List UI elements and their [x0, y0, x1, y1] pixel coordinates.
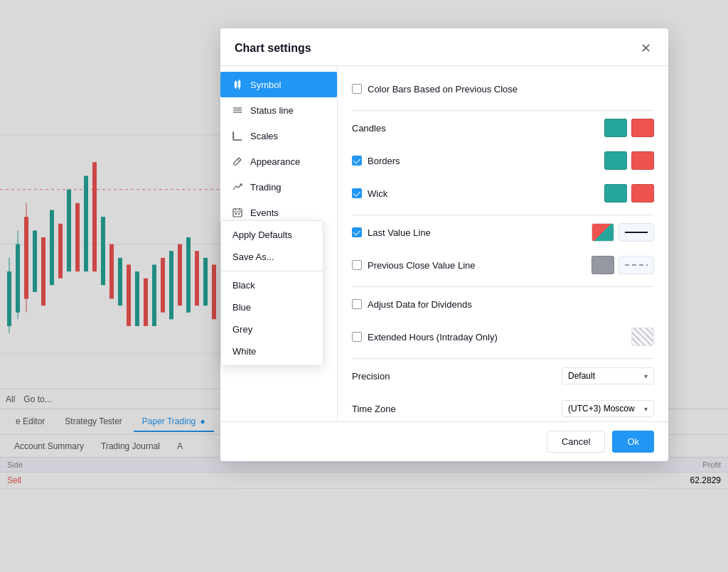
context-divider	[221, 271, 323, 271]
precision-select[interactable]: Default ▾	[562, 367, 654, 384]
context-apply-defaults[interactable]: Apply Defaults	[221, 224, 323, 246]
borders-bull-color[interactable]	[604, 151, 627, 170]
wick-row: Wick	[352, 182, 654, 205]
prev-close-controls	[592, 256, 654, 274]
trading-icon	[232, 181, 243, 193]
candles-bull-color[interactable]	[604, 119, 627, 137]
wick-bull-color[interactable]	[604, 184, 627, 203]
last-value-line-style[interactable]	[619, 223, 654, 242]
nav-label-symbol: Symbol	[250, 80, 281, 90]
context-white[interactable]: White	[221, 340, 323, 362]
extended-hours-row: Extended Hours (Intraday Only)	[352, 325, 654, 348]
candle-icon	[232, 79, 243, 90]
nav-item-appearance[interactable]: Appearance	[220, 149, 337, 174]
divider-1	[352, 110, 654, 111]
prev-close-color[interactable]	[592, 256, 614, 274]
wick-controls	[604, 184, 654, 203]
candles-label: Candles	[352, 123, 386, 134]
borders-row: Borders	[352, 149, 654, 172]
last-value-color[interactable]	[592, 223, 614, 242]
nav-item-trading[interactable]: Trading	[220, 174, 337, 200]
color-bars-checkbox[interactable]	[352, 84, 362, 94]
events-icon	[232, 207, 243, 218]
precision-label: Precision	[352, 371, 390, 382]
svg-rect-77	[238, 213, 240, 215]
last-value-controls	[592, 223, 654, 242]
extended-hours-pattern[interactable]	[631, 328, 654, 346]
borders-bear-color[interactable]	[631, 151, 654, 170]
candles-bear-color[interactable]	[631, 119, 654, 137]
svg-rect-59	[238, 81, 240, 87]
prev-close-row: Previous Close Value Line	[352, 254, 654, 276]
adjust-data-label: Adjust Data for Dividends	[368, 299, 472, 310]
precision-row: Precision Default ▾	[352, 365, 654, 387]
borders-controls	[604, 151, 654, 170]
last-value-row: Last Value Line	[352, 221, 654, 244]
context-save-as[interactable]: Save As...	[221, 246, 323, 268]
extended-hours-controls	[631, 328, 654, 346]
context-black[interactable]: Black	[221, 274, 323, 296]
modal-title: Chart settings	[235, 42, 311, 55]
nav-item-scales[interactable]: Scales	[220, 123, 337, 149]
nav-label-appearance: Appearance	[250, 156, 300, 167]
context-menu: Apply Defaults Save As... Black Blue Gre…	[220, 220, 323, 366]
nav-label-trading: Trading	[250, 182, 282, 193]
scales-icon	[232, 130, 243, 141]
nav-label-scales: Scales	[250, 131, 278, 141]
brush-icon	[232, 156, 243, 167]
precision-dropdown-arrow: ▾	[644, 372, 648, 380]
timezone-controls: (UTC+3) Moscow ▾	[562, 400, 654, 417]
adjust-data-row: Adjust Data for Dividends	[352, 293, 654, 315]
extended-hours-checkbox[interactable]	[352, 332, 362, 342]
context-blue[interactable]: Blue	[221, 296, 323, 318]
context-grey[interactable]: Grey	[221, 318, 323, 340]
nav-item-symbol[interactable]: Symbol	[220, 72, 337, 97]
divider-3	[352, 286, 654, 287]
color-bars-label: Color Bars Based on Previous Close	[368, 84, 518, 95]
timezone-row: Time Zone (UTC+3) Moscow ▾	[352, 397, 654, 420]
svg-rect-72	[233, 209, 242, 217]
precision-controls: Default ▾	[562, 367, 654, 384]
wick-bear-color[interactable]	[631, 184, 654, 203]
color-bars-row: Color Bars Based on Previous Close	[352, 77, 654, 100]
ok-button[interactable]: Ok	[612, 431, 654, 453]
adjust-data-checkbox[interactable]	[352, 299, 362, 309]
last-value-checkbox[interactable]	[352, 227, 362, 237]
cancel-button[interactable]: Cancel	[547, 431, 605, 453]
nav-item-status-line[interactable]: Status line	[220, 97, 337, 123]
prev-close-checkbox[interactable]	[352, 260, 362, 270]
prev-close-label: Previous Close Value Line	[368, 260, 476, 271]
divider-2	[352, 215, 654, 215]
svg-line-71	[237, 159, 240, 161]
modal-footer: Cancel Ok	[220, 421, 668, 461]
dashed-line-icon	[625, 264, 648, 266]
precision-value: Default	[568, 371, 595, 381]
borders-label: Borders	[368, 156, 400, 166]
timezone-dropdown-arrow: ▾	[644, 405, 648, 413]
settings-content: Color Bars Based on Previous Close Candl…	[338, 66, 668, 421]
divider-4	[352, 358, 654, 359]
timezone-label: Time Zone	[352, 404, 396, 414]
wick-label: Wick	[368, 188, 387, 199]
timezone-select[interactable]: (UTC+3) Moscow ▾	[562, 400, 654, 417]
modal-header: Chart settings ✕	[220, 28, 668, 66]
last-value-label: Last Value Line	[368, 227, 431, 238]
close-button[interactable]: ✕	[637, 40, 654, 57]
nav-label-events: Events	[250, 207, 279, 218]
candles-row: Candles	[352, 117, 654, 139]
svg-rect-58	[235, 82, 237, 87]
wick-checkbox[interactable]	[352, 188, 362, 198]
nav-label-status: Status line	[250, 105, 294, 116]
borders-checkbox[interactable]	[352, 156, 362, 166]
timezone-value: (UTC+3) Moscow	[568, 404, 635, 414]
solid-line-icon	[625, 232, 648, 233]
candles-controls	[604, 119, 654, 137]
svg-rect-76	[235, 213, 237, 215]
prev-close-line-style[interactable]	[619, 256, 654, 274]
status-icon	[232, 104, 243, 116]
extended-hours-label: Extended Hours (Intraday Only)	[368, 332, 498, 342]
